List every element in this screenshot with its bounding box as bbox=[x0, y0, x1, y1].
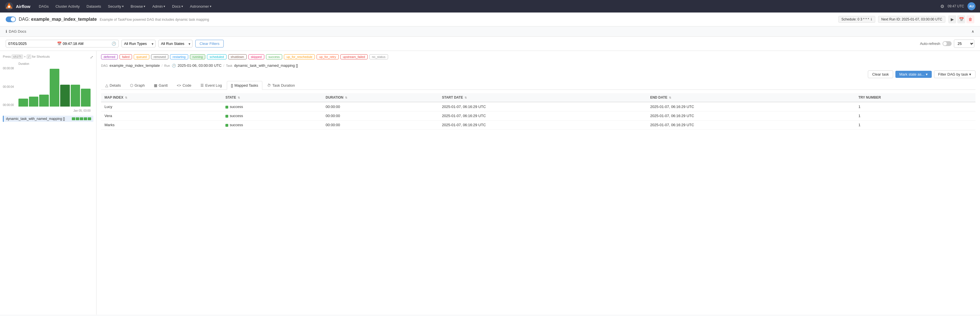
badge-scheduled[interactable]: scheduled bbox=[207, 54, 226, 59]
cell-map-index: Marks bbox=[101, 120, 222, 129]
tab-gantt[interactable]: ▦Gantt bbox=[150, 81, 172, 89]
bar-2[interactable] bbox=[29, 97, 38, 107]
dag-name: example_map_index_template bbox=[31, 17, 97, 22]
time-input[interactable] bbox=[63, 41, 110, 46]
page-size-select[interactable]: 25 50 100 bbox=[954, 40, 974, 48]
clear-filters-button[interactable]: Clear Filters bbox=[195, 40, 224, 48]
dag-description: Example of TaskFlow powered DAG that inc… bbox=[100, 18, 209, 22]
sort-duration-icon: ⇅ bbox=[345, 96, 347, 99]
dag-docs-section[interactable]: ℹ DAG Docs ∧ bbox=[0, 26, 980, 37]
date-input[interactable] bbox=[8, 41, 56, 46]
badge-restarting[interactable]: restarting bbox=[170, 54, 188, 59]
auto-refresh-toggle[interactable] bbox=[942, 41, 951, 46]
badge-success[interactable]: success bbox=[266, 54, 283, 59]
dag-prefix: DAG: bbox=[19, 17, 30, 22]
clear-task-button[interactable]: Clear task bbox=[868, 70, 893, 78]
dag-header: DAG: example_map_index_template Example … bbox=[0, 13, 980, 26]
sort-state-icon: ⇅ bbox=[238, 96, 240, 99]
nav-dags[interactable]: DAGs bbox=[36, 3, 52, 10]
tab-mapped-tasks[interactable]: []Mapped Tasks bbox=[227, 81, 262, 90]
browse-runs-button[interactable]: 📅 bbox=[957, 15, 965, 23]
badge-removed[interactable]: removed bbox=[151, 54, 169, 59]
brand[interactable]: Airflow bbox=[5, 2, 30, 11]
main-content: Press shift + / for Shortcuts ⤢ Duration… bbox=[0, 51, 980, 314]
delete-dag-button[interactable]: 🗑 bbox=[966, 15, 974, 23]
shortcuts-hint: Press shift + / for Shortcuts bbox=[3, 54, 94, 61]
run-states-select[interactable]: All Run States bbox=[158, 40, 192, 48]
chart-duration-label: Duration bbox=[19, 62, 29, 65]
schedule-info-icon: ℹ bbox=[871, 18, 872, 21]
col-try-number[interactable]: TRY NUMBER bbox=[855, 93, 975, 102]
col-start-date[interactable]: START DATE ⇅ bbox=[439, 93, 647, 102]
chart-y-labels: 00:00:08 00:00:04 00:00:00 bbox=[3, 67, 17, 107]
table-row[interactable]: Marks success 00:00:00 2025-01-07, 06:16… bbox=[101, 120, 975, 129]
nav-browse[interactable]: Browse ▾ bbox=[128, 3, 148, 10]
bar-4[interactable] bbox=[50, 69, 59, 107]
brand-name: Airflow bbox=[16, 4, 30, 9]
bar-6[interactable] bbox=[71, 85, 80, 107]
cell-start-date: 2025-01-07, 06:16:29 UTC bbox=[439, 120, 647, 129]
badge-deferred[interactable]: deferred bbox=[101, 54, 118, 59]
badge-no_status[interactable]: no_status bbox=[369, 54, 388, 59]
dag-toggle[interactable] bbox=[6, 16, 16, 22]
action-row: Clear task Mark state as... ▾ Filter DAG… bbox=[101, 70, 975, 78]
tabs: △Details⬡Graph▦Gantt<>Code☰Event Log[]Ma… bbox=[101, 81, 975, 90]
filter-dag-button[interactable]: Filter DAG by task ▾ bbox=[934, 70, 975, 78]
col-state[interactable]: STATE ⇅ bbox=[222, 93, 322, 102]
date-filter[interactable]: 📅 🕐 bbox=[6, 40, 119, 48]
badge-upstream_failed[interactable]: upstream_failed bbox=[340, 54, 368, 59]
calendar-icon: 📅 bbox=[57, 41, 62, 46]
trigger-dag-button[interactable]: ▶ bbox=[948, 15, 956, 23]
chart-expand-icon[interactable]: ⤢ bbox=[90, 55, 94, 59]
bar-3[interactable] bbox=[39, 95, 49, 107]
badge-failed[interactable]: failed bbox=[119, 54, 132, 59]
table-row[interactable]: Lucy success 00:00:00 2025-01-07, 06:16:… bbox=[101, 102, 975, 112]
tab-task-duration[interactable]: ⏱Task Duration bbox=[263, 81, 299, 89]
tab-details[interactable]: △Details bbox=[101, 81, 125, 89]
col-duration[interactable]: DURATION ⇅ bbox=[322, 93, 439, 102]
task-name: dynamic_task_with_named_mapping [] bbox=[6, 117, 65, 121]
shift-key: shift bbox=[12, 54, 23, 59]
nav-datasets[interactable]: Datasets bbox=[84, 3, 104, 10]
mini-bar-4 bbox=[84, 117, 87, 120]
table-row[interactable]: Vera success 00:00:00 2025-01-07, 06:16:… bbox=[101, 112, 975, 120]
bar-5[interactable] bbox=[60, 85, 70, 107]
nav-astronomer[interactable]: Astronomer ▾ bbox=[187, 3, 214, 10]
badge-skipped[interactable]: skipped bbox=[248, 54, 264, 59]
tab-graph[interactable]: ⬡Graph bbox=[126, 81, 149, 89]
auto-refresh-label: Auto-refresh bbox=[920, 41, 940, 46]
nav-security[interactable]: Security ▾ bbox=[105, 3, 127, 10]
run-value: 2025-01-06, 03:00:00 UTC bbox=[178, 63, 222, 68]
bar-1[interactable] bbox=[19, 99, 28, 107]
dag-docs-info-icon: ℹ bbox=[6, 29, 7, 34]
col-map-index[interactable]: MAP INDEX ⇅ bbox=[101, 93, 222, 102]
schedule-label: Schedule: 0 3 * * * bbox=[842, 18, 869, 21]
nav-time[interactable]: 09:47 UTC bbox=[948, 4, 964, 8]
dag-actions: ▶ 📅 🗑 bbox=[948, 15, 974, 23]
top-navigation: Airflow DAGs Cluster Activity Datasets S… bbox=[0, 0, 980, 13]
col-end-date[interactable]: END DATE ⇅ bbox=[647, 93, 855, 102]
mini-bar-1 bbox=[72, 117, 75, 120]
badge-running[interactable]: running bbox=[190, 54, 205, 59]
user-avatar[interactable]: AU bbox=[967, 2, 975, 10]
cell-start-date: 2025-01-07, 06:16:29 UTC bbox=[439, 102, 647, 112]
nav-right: ⚙ 09:47 UTC AU bbox=[940, 2, 975, 10]
nav-docs[interactable]: Docs ▾ bbox=[169, 3, 186, 10]
badge-up_for_retry[interactable]: up_for_retry bbox=[317, 54, 339, 59]
tab-event-log[interactable]: ☰Event Log bbox=[196, 81, 226, 89]
nav-admin[interactable]: Admin ▾ bbox=[150, 3, 168, 10]
dag-docs-label: ℹ DAG Docs bbox=[6, 29, 26, 34]
mark-state-button[interactable]: Mark state as... ▾ bbox=[896, 71, 932, 78]
slash-key: / bbox=[27, 54, 31, 59]
badge-shutdown[interactable]: shutdown bbox=[228, 54, 247, 59]
badge-queued[interactable]: queued bbox=[134, 54, 150, 59]
settings-icon[interactable]: ⚙ bbox=[940, 4, 944, 9]
nav-cluster-activity[interactable]: Cluster Activity bbox=[53, 3, 83, 10]
task-row[interactable]: dynamic_task_with_named_mapping [] bbox=[3, 116, 94, 122]
mini-bar-2 bbox=[76, 117, 79, 120]
badge-up_for_reschedule[interactable]: up_for_reschedule bbox=[284, 54, 315, 59]
bar-7[interactable] bbox=[81, 89, 91, 107]
astronomer-chevron-icon: ▾ bbox=[210, 5, 212, 8]
tab-code[interactable]: <>Code bbox=[173, 81, 196, 89]
run-type-select[interactable]: All Run Types bbox=[121, 40, 156, 48]
